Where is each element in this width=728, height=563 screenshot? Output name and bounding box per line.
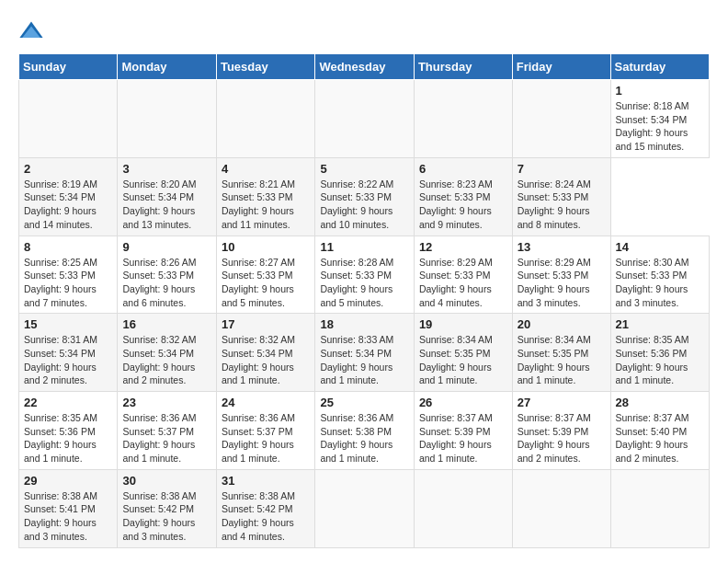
day-info: Sunrise: 8:32 AMSunset: 5:34 PMDaylight:… [122,333,210,387]
empty-cell [414,80,512,158]
day-number: 15 [24,317,112,331]
day-info: Sunrise: 8:24 AMSunset: 5:33 PMDaylight:… [518,178,606,232]
day-cell: 12Sunrise: 8:29 AMSunset: 5:33 PMDayligh… [414,236,512,314]
day-number: 5 [320,162,408,176]
day-cell: 26Sunrise: 8:37 AMSunset: 5:39 PMDayligh… [414,392,512,470]
day-info: Sunrise: 8:31 AMSunset: 5:34 PMDaylight:… [24,333,112,387]
day-cell: 10Sunrise: 8:27 AMSunset: 5:33 PMDayligh… [216,236,314,314]
day-number: 10 [222,240,310,254]
day-info: Sunrise: 8:34 AMSunset: 5:35 PMDaylight:… [419,333,507,387]
day-cell: 24Sunrise: 8:36 AMSunset: 5:37 PMDayligh… [216,392,314,470]
day-cell: 21Sunrise: 8:35 AMSunset: 5:36 PMDayligh… [610,314,710,392]
day-number: 8 [24,240,112,254]
day-info: Sunrise: 8:29 AMSunset: 5:33 PMDaylight:… [518,256,606,310]
day-cell: 17Sunrise: 8:32 AMSunset: 5:34 PMDayligh… [216,314,314,392]
day-info: Sunrise: 8:23 AMSunset: 5:33 PMDaylight:… [419,178,507,232]
day-number: 21 [616,317,705,331]
day-info: Sunrise: 8:38 AMSunset: 5:42 PMDaylight:… [222,489,310,544]
empty-cell [118,80,216,158]
day-info: Sunrise: 8:37 AMSunset: 5:39 PMDaylight:… [419,411,507,465]
day-info: Sunrise: 8:36 AMSunset: 5:38 PMDaylight:… [320,411,408,465]
day-info: Sunrise: 8:27 AMSunset: 5:33 PMDaylight:… [222,256,310,310]
day-number: 18 [320,317,408,331]
day-number: 1 [616,84,705,98]
empty-cell [610,469,710,547]
day-number: 3 [122,162,210,176]
day-cell: 2Sunrise: 8:19 AMSunset: 5:34 PMDaylight… [19,157,118,236]
day-info: Sunrise: 8:19 AMSunset: 5:34 PMDaylight:… [24,178,112,232]
header-wednesday: Wednesday [315,54,414,80]
calendar-week-row: 1Sunrise: 8:18 AMSunset: 5:34 PMDaylight… [19,80,710,158]
day-cell: 18Sunrise: 8:33 AMSunset: 5:34 PMDayligh… [315,314,414,392]
day-info: Sunrise: 8:25 AMSunset: 5:33 PMDaylight:… [24,256,112,310]
day-info: Sunrise: 8:37 AMSunset: 5:39 PMDaylight:… [518,411,606,465]
day-info: Sunrise: 8:34 AMSunset: 5:35 PMDaylight:… [518,333,606,387]
day-cell: 14Sunrise: 8:30 AMSunset: 5:33 PMDayligh… [610,236,710,314]
day-number: 13 [518,240,606,254]
day-cell: 29Sunrise: 8:38 AMSunset: 5:41 PMDayligh… [19,469,118,547]
calendar-week-row: 22Sunrise: 8:35 AMSunset: 5:36 PMDayligh… [19,392,710,470]
header-tuesday: Tuesday [216,54,314,80]
empty-cell [315,80,414,158]
empty-cell [19,80,118,158]
day-number: 7 [518,162,606,176]
day-info: Sunrise: 8:30 AMSunset: 5:33 PMDaylight:… [616,256,705,310]
calendar-week-row: 15Sunrise: 8:31 AMSunset: 5:34 PMDayligh… [19,314,710,392]
logo-icon [18,18,44,44]
day-number: 12 [419,240,507,254]
calendar-week-row: 29Sunrise: 8:38 AMSunset: 5:41 PMDayligh… [19,469,710,547]
day-cell: 15Sunrise: 8:31 AMSunset: 5:34 PMDayligh… [19,314,118,392]
day-number: 30 [122,474,210,488]
day-cell: 6Sunrise: 8:23 AMSunset: 5:33 PMDaylight… [414,157,512,236]
day-number: 14 [616,240,705,254]
day-number: 28 [616,396,705,409]
day-number: 2 [24,162,112,176]
day-cell: 11Sunrise: 8:28 AMSunset: 5:33 PMDayligh… [315,236,414,314]
day-info: Sunrise: 8:21 AMSunset: 5:33 PMDaylight:… [222,178,310,232]
day-number: 19 [419,317,507,331]
day-cell: 4Sunrise: 8:21 AMSunset: 5:33 PMDaylight… [216,157,314,236]
header-monday: Monday [118,54,216,80]
day-number: 25 [320,396,408,409]
day-number: 17 [222,317,310,331]
day-info: Sunrise: 8:35 AMSunset: 5:36 PMDaylight:… [616,333,705,387]
day-number: 31 [222,474,310,488]
empty-cell [315,469,414,547]
day-cell: 30Sunrise: 8:38 AMSunset: 5:42 PMDayligh… [118,469,216,547]
empty-cell [216,80,314,158]
day-info: Sunrise: 8:36 AMSunset: 5:37 PMDaylight:… [222,411,310,465]
day-info: Sunrise: 8:20 AMSunset: 5:34 PMDaylight:… [122,178,210,232]
day-number: 24 [222,396,310,409]
day-cell: 27Sunrise: 8:37 AMSunset: 5:39 PMDayligh… [512,392,610,470]
day-info: Sunrise: 8:38 AMSunset: 5:41 PMDaylight:… [24,489,112,544]
day-cell: 9Sunrise: 8:26 AMSunset: 5:33 PMDaylight… [118,236,216,314]
header-saturday: Saturday [610,54,710,80]
empty-cell [512,80,610,158]
calendar-week-row: 8Sunrise: 8:25 AMSunset: 5:33 PMDaylight… [19,236,710,314]
day-info: Sunrise: 8:26 AMSunset: 5:33 PMDaylight:… [122,256,210,310]
day-info: Sunrise: 8:38 AMSunset: 5:42 PMDaylight:… [122,489,210,544]
day-cell: 7Sunrise: 8:24 AMSunset: 5:33 PMDaylight… [512,157,610,236]
day-info: Sunrise: 8:35 AMSunset: 5:36 PMDaylight:… [24,411,112,465]
day-cell: 20Sunrise: 8:34 AMSunset: 5:35 PMDayligh… [512,314,610,392]
day-info: Sunrise: 8:18 AMSunset: 5:34 PMDaylight:… [616,99,705,154]
calendar-week-row: 2Sunrise: 8:19 AMSunset: 5:34 PMDaylight… [19,157,710,236]
day-cell: 25Sunrise: 8:36 AMSunset: 5:38 PMDayligh… [315,392,414,470]
day-cell: 23Sunrise: 8:36 AMSunset: 5:37 PMDayligh… [118,392,216,470]
day-info: Sunrise: 8:22 AMSunset: 5:33 PMDaylight:… [320,178,408,232]
empty-cell [414,469,512,547]
header-sunday: Sunday [19,54,118,80]
day-number: 11 [320,240,408,254]
day-number: 29 [24,474,112,488]
day-info: Sunrise: 8:29 AMSunset: 5:33 PMDaylight:… [419,256,507,310]
logo [18,18,48,44]
day-cell: 13Sunrise: 8:29 AMSunset: 5:33 PMDayligh… [512,236,610,314]
day-number: 27 [518,396,606,409]
day-cell: 22Sunrise: 8:35 AMSunset: 5:36 PMDayligh… [19,392,118,470]
page-header [18,18,710,44]
day-info: Sunrise: 8:36 AMSunset: 5:37 PMDaylight:… [122,411,210,465]
day-number: 4 [222,162,310,176]
day-cell: 28Sunrise: 8:37 AMSunset: 5:40 PMDayligh… [610,392,710,470]
day-cell: 8Sunrise: 8:25 AMSunset: 5:33 PMDaylight… [19,236,118,314]
day-cell: 3Sunrise: 8:20 AMSunset: 5:34 PMDaylight… [118,157,216,236]
